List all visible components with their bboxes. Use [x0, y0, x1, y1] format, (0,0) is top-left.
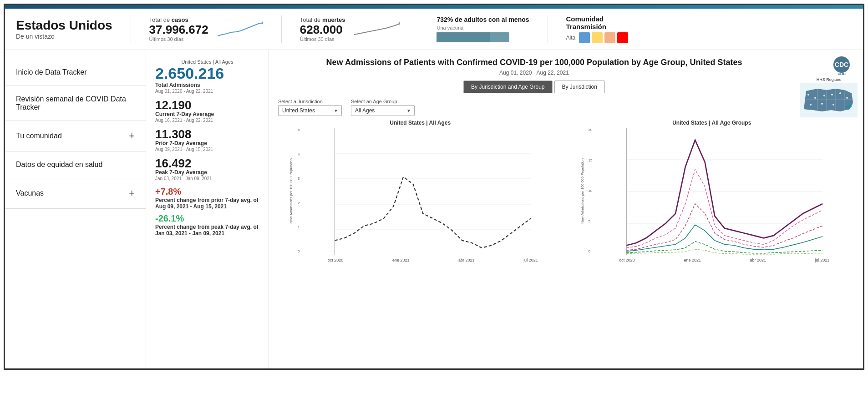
age-filter-label: Select an Age Group — [351, 99, 415, 104]
x-label-oct: oct 2020 — [328, 258, 344, 262]
header-title: Estados Unidos De un vistazo — [16, 18, 112, 40]
svg-point-12 — [823, 95, 825, 96]
chart-right-y-label: New Admissions per 100,000 Population — [580, 158, 584, 224]
center-stat-2-label: Peak 7-Day Average — [155, 169, 259, 176]
cdc-text: CDC — [838, 72, 845, 76]
y-tick-2: 2 — [298, 201, 299, 205]
page-subtitle: De un vistazo — [16, 33, 112, 40]
sidebar-item-vacunas[interactable]: Vacunas + — [5, 178, 146, 209]
muertes-stat-group: Total de muertes 628.000 Últimos 30 días — [300, 16, 400, 42]
jurisdiction-filter-group: Select a Jurisdiction United States ▼ — [278, 99, 342, 116]
muertes-sparkline — [354, 20, 400, 38]
chart-right-y-ticks: 20 15 10 5 0 — [589, 128, 593, 253]
casos-label: Total de casos — [149, 16, 188, 23]
divider-3 — [418, 15, 418, 43]
center-panel: United States | All Ages 2.650.216 Total… — [146, 50, 269, 368]
y-tick-1: 1 — [298, 225, 299, 229]
center-stat-2-value: 16.492 — [155, 157, 259, 169]
sidebar-item-revision[interactable]: Revisión semanal de COVID Data Tracker — [5, 86, 146, 121]
casos-stat-group: Total de casos 37.996.672 Últimos 30 día… — [149, 16, 263, 42]
sidebar-item-equidad[interactable]: Datos de equidad en salud — [5, 151, 146, 178]
muertes-bold: muertes — [322, 16, 345, 23]
chart-right-title: United States | All Age Groups — [570, 120, 854, 126]
age-select[interactable]: All Ages — [351, 105, 415, 116]
x-label-abr: abr 2021 — [458, 258, 475, 262]
chart-left-y-ticks: 5 4 3 2 1 0 — [298, 128, 299, 253]
casos-bold: casos — [172, 16, 188, 23]
sidebar-item-inicio[interactable]: Inicio de Data Tracker — [5, 59, 146, 86]
chart-left-y-label: New Admissions per 100,000 Population — [289, 158, 293, 224]
age-filter-group: Select an Age Group All Ages ▼ — [351, 99, 415, 116]
header: Estados Unidos De un vistazo Total de ca… — [5, 9, 863, 50]
center-stat-1-label: Prior 7-Day Average — [155, 140, 259, 146]
alta-label: Alta — [566, 35, 576, 41]
tab-bar: By Jurisdiction and Age Group By Jurisdi… — [278, 81, 854, 93]
svg-point-14 — [839, 92, 841, 94]
sidebar-label-inicio: Inicio de Data Tracker — [16, 68, 87, 76]
chart-left-title: United States | All Ages — [278, 120, 563, 126]
divider-4 — [548, 15, 548, 43]
jurisdiction-select[interactable]: United States — [278, 105, 342, 116]
chart-right-x-labels: oct 2020 ene 2021 abr 2021 jul 2021 — [595, 258, 854, 262]
center-stat-3-value: +7.8% — [155, 186, 259, 197]
casos-sub: Últimos 30 días — [149, 36, 184, 42]
right-panel-title: New Admissions of Patients with Confirme… — [278, 57, 854, 68]
hhs-map-container: HHS Regions — [799, 77, 858, 120]
yr-tick-15: 15 — [589, 158, 593, 162]
casos-sparkline — [218, 20, 263, 38]
muertes-sub: Últimos 30 días — [300, 36, 335, 42]
tab-jurisdiction-age[interactable]: By Jurisdiction and Age Group — [463, 81, 552, 93]
jurisdiction-select-wrapper[interactable]: United States ▼ — [278, 105, 342, 116]
svg-point-16 — [810, 104, 812, 106]
center-stat-1-date: Aug 09, 2021 - Aug 15, 2021 — [155, 147, 259, 152]
center-stat-0-label: Current 7-Day Average — [155, 111, 259, 117]
vaccine-label: 732% de adultos con al menos — [437, 16, 529, 23]
svg-point-13 — [831, 94, 833, 96]
sidebar-item-comunidad[interactable]: Tu comunidad + — [5, 121, 146, 151]
vaccine-bar-container — [437, 32, 509, 42]
center-admissions-date: Aug 01, 2020 - Aug 22, 2021 — [155, 89, 259, 94]
yr-tick-10: 10 — [589, 189, 593, 193]
vaccine-section: 732% de adultos con al menos Una vacuna — [437, 16, 529, 42]
center-stat-1-value: 11.308 — [155, 128, 259, 140]
svg-point-10 — [807, 94, 809, 96]
chart-left-area: New Admissions per 100,000 Population 5 … — [303, 128, 563, 262]
transmission-label: Comunidad Transmisión — [566, 15, 629, 30]
jurisdiction-filter-label: Select a Jurisdiction — [278, 99, 342, 104]
sidebar-label-equidad: Datos de equidad en salud — [16, 161, 102, 169]
casos-stat: Total de casos 37.996.672 Últimos 30 día… — [149, 16, 208, 42]
main-content: Inicio de Data Tracker Revisión semanal … — [5, 50, 863, 368]
yr-tick-5: 5 — [589, 219, 593, 223]
age-select-wrapper[interactable]: All Ages ▼ — [351, 105, 415, 116]
center-stat-4-value: -26.1% — [155, 213, 259, 224]
trans-color-orange — [604, 32, 615, 43]
center-big-number: 2.650.216 — [155, 66, 259, 81]
right-panel-date: Aug 01, 2020 - Aug 22, 2021 — [278, 70, 854, 76]
plus-icon-vacunas: + — [129, 187, 135, 199]
casos-value: 37.996.672 — [149, 23, 208, 36]
center-stat-2-date: Jan 03, 2021 - Jan 09, 2021 — [155, 176, 259, 181]
y-tick-3: 3 — [298, 176, 299, 181]
chart-right-svg — [595, 128, 854, 255]
plus-icon-comunidad: + — [129, 130, 135, 142]
trans-color-red — [617, 32, 628, 43]
muertes-label: Total de muertes — [300, 16, 345, 23]
top-bar — [5, 5, 863, 9]
xr-label-abr: abr 2021 — [750, 258, 766, 262]
chart-left-svg — [303, 128, 563, 255]
chart-right: United States | All Age Groups New Admis… — [570, 120, 854, 270]
divider-1 — [131, 15, 131, 43]
chart-right-area: New Admissions per 100,000 Population 20… — [595, 128, 854, 262]
svg-point-15 — [846, 97, 848, 99]
trans-color-yellow — [592, 32, 603, 43]
charts-row: United States | All Ages New Admissions … — [278, 120, 854, 270]
sidebar-label-comunidad: Tu comunidad — [16, 132, 62, 140]
transmission-section: Comunidad Transmisión Alta — [566, 15, 629, 43]
svg-point-11 — [814, 97, 816, 99]
center-stat-0-date: Aug 16, 2021 - Aug 22, 2021 — [155, 118, 259, 123]
trans-label-1: Comunidad — [566, 15, 604, 23]
svg-point-17 — [821, 103, 823, 105]
tab-jurisdiction[interactable]: By Jurisdiction — [554, 81, 605, 93]
center-jurisdiction: United States | All Ages — [155, 59, 259, 65]
center-stat-4-label: Percent change from peak 7-day avg. of J… — [155, 224, 259, 237]
